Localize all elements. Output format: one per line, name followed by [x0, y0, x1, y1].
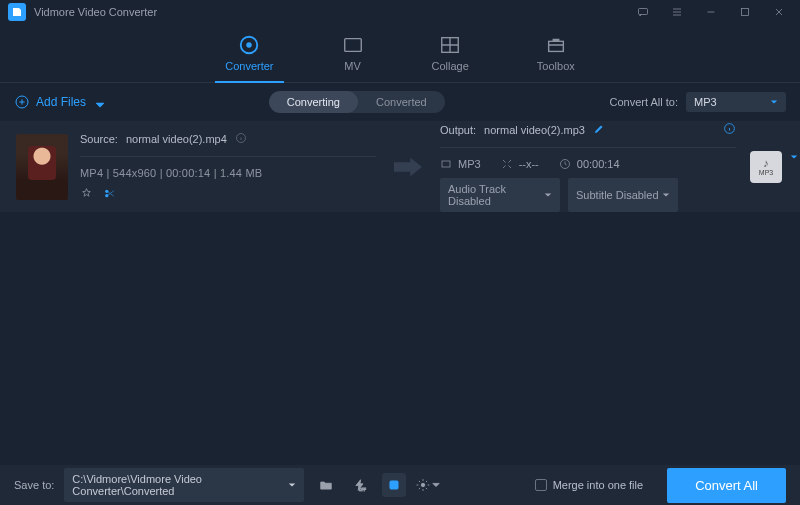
- tab-toolbox[interactable]: Toolbox: [527, 32, 585, 82]
- converting-converted-tabs: Converting Converted: [269, 91, 445, 113]
- svg-rect-0: [639, 9, 648, 15]
- close-icon[interactable]: [766, 3, 792, 21]
- add-files-label: Add Files: [36, 95, 86, 109]
- file-row: Source: normal video(2).mp4 MP4 | 544x96…: [0, 122, 800, 212]
- open-folder-icon[interactable]: [314, 473, 338, 497]
- svg-rect-1: [742, 9, 749, 16]
- output-resolution: --x--: [519, 158, 539, 170]
- audio-track-value: Audio Track Disabled: [448, 183, 544, 207]
- minimize-icon[interactable]: [698, 3, 724, 21]
- save-to-label: Save to:: [14, 479, 54, 491]
- add-files-button[interactable]: Add Files: [14, 94, 104, 110]
- svg-point-10: [105, 194, 108, 197]
- svg-point-16: [393, 483, 397, 487]
- checkbox-icon: [535, 479, 547, 491]
- rename-icon[interactable]: [593, 123, 605, 137]
- video-thumbnail[interactable]: [16, 134, 68, 200]
- source-label: Source:: [80, 133, 118, 145]
- merge-label: Merge into one file: [553, 479, 644, 491]
- bottom-bar: Save to: C:\Vidmore\Vidmore Video Conver…: [0, 465, 800, 505]
- tab-collage[interactable]: Collage: [422, 32, 479, 82]
- tab-mv-label: MV: [344, 60, 361, 72]
- chevron-down-icon: [96, 98, 104, 106]
- svg-rect-12: [442, 161, 450, 167]
- tab-converter-label: Converter: [225, 60, 273, 72]
- output-info-icon[interactable]: [723, 122, 736, 137]
- feedback-icon[interactable]: [630, 3, 656, 21]
- empty-area: [0, 212, 800, 472]
- divider: [80, 156, 376, 157]
- main-tabs: Converter MV Collage Toolbox: [0, 24, 800, 83]
- speed-off-icon[interactable]: OFF: [348, 473, 372, 497]
- source-column: Source: normal video(2).mp4 MP4 | 544x96…: [80, 132, 376, 203]
- divider: [440, 147, 736, 148]
- toolbar: Add Files Converting Converted Convert A…: [0, 83, 800, 122]
- chevron-down-icon: [544, 189, 552, 201]
- output-duration: 00:00:14: [577, 158, 620, 170]
- trim-icon[interactable]: [103, 187, 116, 203]
- format-badge-label: MP3: [759, 169, 773, 176]
- output-format-select[interactable]: MP3: [686, 92, 786, 112]
- output-filename: normal video(2).mp3: [484, 124, 585, 136]
- save-path-value: C:\Vidmore\Vidmore Video Converter\Conve…: [72, 473, 288, 497]
- settings-icon[interactable]: [416, 473, 440, 497]
- svg-point-17: [422, 483, 426, 487]
- save-path-select[interactable]: C:\Vidmore\Vidmore Video Converter\Conve…: [64, 468, 304, 502]
- seg-converted[interactable]: Converted: [358, 91, 445, 113]
- tab-collage-label: Collage: [432, 60, 469, 72]
- source-meta: MP4 | 544x960 | 00:00:14 | 1.44 MB: [80, 167, 376, 179]
- output-format: MP3: [458, 158, 481, 170]
- tab-toolbox-label: Toolbox: [537, 60, 575, 72]
- app-logo-icon: [8, 3, 26, 21]
- seg-converting[interactable]: Converting: [269, 91, 358, 113]
- convert-all-button[interactable]: Convert All: [667, 468, 786, 503]
- chevron-down-icon: [770, 96, 778, 108]
- menu-icon[interactable]: [664, 3, 690, 21]
- svg-point-9: [105, 189, 108, 192]
- info-icon[interactable]: [235, 132, 247, 146]
- convert-all-to-label: Convert All to:: [610, 96, 678, 108]
- arrow-icon: [388, 157, 428, 177]
- output-label: Output:: [440, 124, 476, 136]
- chevron-down-icon: [662, 189, 670, 201]
- tab-converter[interactable]: Converter: [215, 32, 283, 82]
- subtitle-select[interactable]: Subtitle Disabled: [568, 178, 678, 212]
- svg-rect-4: [344, 39, 361, 52]
- app-title: Vidmore Video Converter: [34, 6, 630, 18]
- title-bar: Vidmore Video Converter: [0, 0, 800, 24]
- svg-rect-6: [548, 41, 563, 51]
- edit-effects-icon[interactable]: [80, 187, 93, 203]
- chevron-down-icon: [288, 479, 296, 491]
- maximize-icon[interactable]: [732, 3, 758, 21]
- gpu-accel-icon[interactable]: [382, 473, 406, 497]
- output-format-value: MP3: [694, 96, 717, 108]
- source-filename: normal video(2).mp4: [126, 133, 227, 145]
- chevron-down-icon: [790, 153, 798, 163]
- output-format-badge[interactable]: MP3: [748, 151, 784, 183]
- subtitle-value: Subtitle Disabled: [576, 189, 659, 201]
- svg-text:OFF: OFF: [359, 488, 366, 492]
- output-column: Output: normal video(2).mp3 MP3 --x-- 00…: [440, 122, 736, 212]
- tab-mv[interactable]: MV: [332, 32, 374, 82]
- chevron-down-icon: [432, 478, 440, 492]
- merge-checkbox[interactable]: Merge into one file: [535, 479, 644, 491]
- audio-track-select[interactable]: Audio Track Disabled: [440, 178, 560, 212]
- svg-point-3: [247, 42, 253, 48]
